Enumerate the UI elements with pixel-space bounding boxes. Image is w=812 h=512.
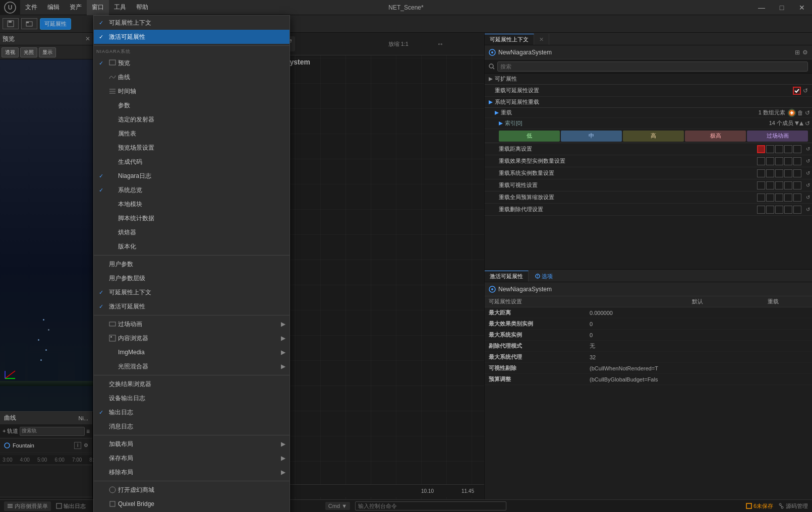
dropdown-niagara-log[interactable]: Niagara日志 [94, 169, 289, 183]
dropdown-params[interactable]: 参数 [94, 98, 289, 112]
dropdown-versioning[interactable]: 版本化 [94, 239, 289, 253]
dropdown-exchange-results[interactable]: 交换结果浏览器 [94, 377, 289, 391]
quality-mid-btn[interactable]: 中 [561, 131, 622, 142]
effect-check-3[interactable] [784, 157, 792, 165]
vis-check-4[interactable] [793, 181, 801, 189]
proxy-check-3[interactable] [784, 206, 792, 214]
menu-tools[interactable]: 工具 [109, 0, 131, 15]
proxy-check-0[interactable] [757, 206, 765, 214]
proxy-check-1[interactable] [766, 206, 774, 214]
menu-file[interactable]: 文件 [20, 0, 42, 15]
vis-check-3[interactable] [784, 181, 792, 189]
budget-check-4[interactable] [793, 194, 801, 202]
quality-high-btn[interactable]: 高 [623, 131, 684, 142]
minimize-btn[interactable]: — [751, 0, 772, 15]
track-visibility[interactable]: i [74, 442, 81, 449]
search-track[interactable]: 搜索轨 [20, 427, 85, 436]
console-input[interactable] [355, 501, 506, 510]
maximize-btn[interactable]: □ [772, 0, 792, 15]
activate-scalability-tab[interactable]: 激活可延展性 [485, 271, 529, 282]
dropdown-output-log[interactable]: 输出日志 [94, 405, 289, 419]
lighting-btn[interactable]: 光照 [20, 47, 37, 57]
add-track-btn[interactable]: + 轨道 [3, 427, 18, 435]
distance-check-4[interactable] [793, 145, 801, 153]
browse-icon[interactable] [21, 18, 37, 29]
vis-check-2[interactable] [775, 181, 783, 189]
dropdown-quixel-bridge[interactable]: Quixel Bridge [94, 497, 289, 511]
vis-reset[interactable]: ↺ [806, 182, 810, 188]
proxy-check-4[interactable] [793, 206, 801, 214]
distance-check-2[interactable] [775, 145, 783, 153]
budget-check-1[interactable] [766, 194, 774, 202]
delete-override-btn[interactable]: 🗑 [797, 109, 803, 116]
dropdown-script-stats[interactable]: 脚本统计数据 [94, 211, 289, 225]
niagara-tab[interactable]: Ni... [78, 415, 88, 421]
index-reset[interactable]: ↺ [805, 120, 810, 127]
effect-check-4[interactable] [793, 157, 801, 165]
expandable-section-header[interactable]: 可扩展性 [485, 74, 812, 85]
reset-override-btn[interactable]: ↺ [805, 109, 810, 116]
close-btn[interactable]: ✕ [792, 0, 812, 15]
dropdown-load-layout[interactable]: 加载布局 ▶ [94, 437, 289, 451]
distance-check-3[interactable] [784, 145, 792, 153]
dropdown-user-params-hierarchy[interactable]: 用户参数层级 [94, 271, 289, 285]
dropdown-curve[interactable]: 曲线 [94, 70, 289, 84]
dropdown-timeline[interactable]: 时间轴 [94, 84, 289, 98]
distance-reset[interactable]: ↺ [806, 146, 810, 152]
perspective-btn[interactable]: 透视 [2, 47, 19, 57]
menu-edit[interactable]: 编辑 [42, 0, 65, 15]
proxy-check-2[interactable] [775, 206, 783, 214]
quality-cinematic-btn[interactable]: 过场动画 [747, 131, 808, 142]
menu-help[interactable]: 帮助 [131, 0, 153, 15]
dropdown-baker[interactable]: 烘焙器 [94, 225, 289, 239]
budget-check-2[interactable] [775, 194, 783, 202]
effect-reset[interactable]: ↺ [806, 158, 810, 164]
sys-inst-reset[interactable]: ↺ [806, 170, 810, 176]
menu-window[interactable]: 窗口 [87, 0, 109, 15]
dropdown-scalability-context[interactable]: 可延展性上下文 [94, 16, 289, 30]
add-override-btn[interactable] [788, 109, 796, 117]
system-scalability-header[interactable]: 系统可延展性重载 [485, 97, 812, 108]
dropdown-attr-table[interactable]: 属性表 [94, 126, 289, 141]
dropdown-preview-scene[interactable]: 预览场景设置 [94, 141, 289, 155]
show-btn[interactable]: 显示 [39, 47, 56, 57]
content-slide-menu-btn[interactable]: 内容侧滑菜单 [4, 501, 51, 511]
filter-btn[interactable]: ≡ [86, 428, 90, 435]
scalability-btn[interactable]: 可延展性 [40, 18, 71, 30]
effect-check-0[interactable] [757, 157, 765, 165]
menu-asset[interactable]: 资产 [65, 0, 87, 15]
sys-inst-check-4[interactable] [793, 169, 801, 177]
cmd-selector[interactable]: Cmd ▼ [325, 502, 350, 510]
budget-check-0[interactable] [757, 194, 765, 202]
quality-vhigh-btn[interactable]: 极高 [685, 131, 746, 142]
dropdown-system-overview[interactable]: 系统总览 [94, 183, 289, 197]
save-icon[interactable] [3, 18, 19, 29]
dropdown-message-log[interactable]: 消息日志 [94, 419, 289, 433]
dropdown-content-browser[interactable]: 内容浏览器 ▶ [94, 331, 289, 345]
sys-inst-check-3[interactable] [784, 169, 792, 177]
dropdown-activate-scalability-2[interactable]: 激活可延展性 [94, 299, 289, 313]
activate-close-btn[interactable] [799, 271, 812, 282]
budget-reset[interactable]: ↺ [806, 195, 810, 200]
quality-low-btn[interactable]: 低 [499, 131, 560, 142]
other-tab[interactable]: ✕ [534, 34, 549, 45]
sys-inst-check-2[interactable] [775, 169, 783, 177]
override-scalability-check[interactable] [793, 87, 801, 95]
sys-inst-check-0[interactable] [757, 169, 765, 177]
distance-check-0[interactable] [757, 145, 765, 153]
budget-check-3[interactable] [784, 194, 792, 202]
proxy-reset[interactable]: ↺ [806, 207, 810, 212]
dropdown-local-module[interactable]: 本地模块 [94, 197, 289, 211]
unsaved-count[interactable]: 6未保存 [746, 502, 773, 510]
dropdown-selected-emitter[interactable]: 选定的发射器 [94, 112, 289, 126]
effect-check-2[interactable] [775, 157, 783, 165]
track-lock[interactable]: ⚙ [84, 442, 88, 448]
vis-check-0[interactable] [757, 181, 765, 189]
dropdown-device-output[interactable]: 设备输出日志 [94, 391, 289, 405]
reset-view-btn[interactable]: ↔ [437, 40, 444, 48]
dropdown-lighting-mixer[interactable]: 光照混合器 ▶ [94, 359, 289, 373]
settings-icon-btn[interactable]: ⚙ [802, 49, 808, 56]
dropdown-open-unreal-store[interactable]: 打开虚幻商城 [94, 483, 289, 497]
search-input[interactable] [497, 61, 808, 72]
scalability-context-tab[interactable]: 可延展性上下文 [485, 34, 534, 45]
